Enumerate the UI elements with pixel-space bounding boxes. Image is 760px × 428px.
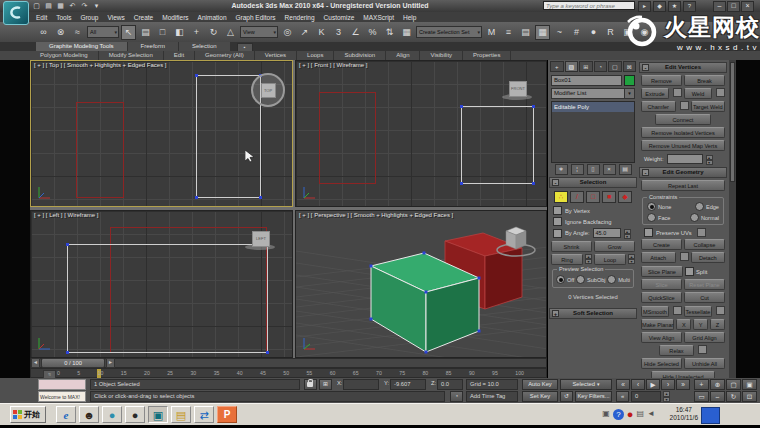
remove-unused-map-verts-button[interactable]: Remove Unused Map Verts: [641, 140, 725, 151]
select-object-icon[interactable]: ↖: [121, 25, 136, 40]
msmooth-button[interactable]: MSmooth: [641, 306, 669, 317]
preserve-uvs-checkbox[interactable]: [644, 228, 653, 237]
menu-graph-editors[interactable]: Graph Editors: [236, 14, 276, 21]
constraint-none-radio[interactable]: [647, 202, 656, 211]
key-mode-toggle-icon[interactable]: «: [616, 391, 629, 402]
time-tag-icon[interactable]: ◔: [450, 391, 463, 402]
viewport-top-label[interactable]: [ + ] [ Top ] [ Smooth + Highlights + Ed…: [34, 62, 166, 68]
cut-button[interactable]: Cut: [684, 292, 725, 303]
tessellate-button[interactable]: Tessellate: [684, 306, 712, 317]
modify-tab[interactable]: ▨: [565, 61, 579, 72]
close-button[interactable]: ×: [741, 1, 754, 12]
taskbar-3dsmax-icon[interactable]: ▣: [148, 406, 168, 423]
view-align-button[interactable]: View Align: [641, 332, 682, 343]
menu-edit[interactable]: Edit: [36, 14, 47, 21]
quickslice-button[interactable]: QuickSlice: [641, 292, 682, 303]
extrude-button[interactable]: Extrude: [641, 88, 669, 99]
time-slider-handle[interactable]: 0 / 100: [41, 358, 105, 368]
border-subobject-icon[interactable]: □: [586, 191, 600, 203]
unhide-all-button[interactable]: Unhide All: [684, 358, 725, 369]
reset-plane-button[interactable]: Reset Plane: [684, 279, 725, 290]
time-slider[interactable]: ◄ 0 / 100 ►: [30, 358, 547, 368]
tray-printer-icon[interactable]: ▤: [637, 408, 645, 420]
by-angle-field[interactable]: 45.0: [593, 228, 621, 238]
viewcube[interactable]: FRONT: [509, 81, 527, 97]
attach-button[interactable]: Attach: [641, 252, 676, 263]
select-and-link-icon[interactable]: ∞: [36, 25, 51, 40]
taskbar-globe-icon[interactable]: ●: [102, 406, 122, 423]
play-icon[interactable]: ▶: [646, 379, 660, 390]
relax-settings-icon[interactable]: [698, 345, 707, 354]
edit-vertices-rollout-header[interactable]: - Edit Vertices: [639, 62, 727, 73]
angle-snap-icon[interactable]: ∠: [348, 25, 363, 40]
msmooth-settings-icon[interactable]: [673, 306, 682, 315]
grow-button[interactable]: Grow: [594, 241, 635, 252]
application-menu-button[interactable]: [3, 1, 29, 25]
display-tab[interactable]: ▢: [608, 61, 622, 72]
repeat-last-button[interactable]: Repeat Last: [641, 180, 725, 191]
key-filters-button[interactable]: Key Filters...: [575, 391, 612, 402]
tray-display-icon[interactable]: ▣: [602, 408, 610, 420]
motion-tab[interactable]: ◔: [594, 61, 608, 72]
orbit-icon[interactable]: ↻: [726, 391, 741, 402]
snaps-toggle-icon[interactable]: 3: [331, 25, 346, 40]
time-slider-prev-icon[interactable]: ◄: [31, 358, 40, 368]
zoom-region-icon[interactable]: ▭: [694, 391, 709, 402]
open-file-icon[interactable]: ▤: [44, 2, 53, 10]
viewcube[interactable]: TOP: [251, 73, 285, 107]
red-box-wire-front[interactable]: [319, 92, 376, 184]
constraint-normal-radio[interactable]: [690, 213, 699, 222]
add-time-tag-field[interactable]: Add Time Tag: [466, 391, 518, 402]
weight-field[interactable]: [667, 154, 703, 164]
menu-views[interactable]: Views: [107, 14, 124, 21]
keyboard-shortcut-override-icon[interactable]: K: [314, 25, 329, 40]
new-scene-icon[interactable]: ▢: [32, 2, 41, 10]
make-planar-x-button[interactable]: X: [676, 319, 691, 330]
selection-lock-toggle[interactable]: [304, 379, 317, 390]
current-frame-field[interactable]: 0: [631, 391, 661, 402]
menu-create[interactable]: Create: [134, 14, 154, 21]
hide-selected-button[interactable]: Hide Selected: [641, 358, 682, 369]
menu-help[interactable]: Help: [403, 14, 416, 21]
maximize-viewport-toggle-icon[interactable]: ⊡: [742, 391, 757, 402]
tray-help-icon[interactable]: ?: [613, 409, 624, 420]
remove-button[interactable]: Remove: [641, 75, 682, 86]
panel-geometry-all[interactable]: Geometry (All): [195, 51, 255, 60]
green-box-wire-front[interactable]: [461, 106, 534, 184]
weight-spinner[interactable]: ▴▾: [706, 155, 713, 164]
create-tab[interactable]: +: [550, 61, 564, 72]
create-button[interactable]: Create: [641, 239, 682, 250]
maxscript-listener-field[interactable]: Welcome to MAX!: [38, 391, 86, 402]
panel-align[interactable]: Align: [386, 51, 420, 60]
selection-filter-dropdown[interactable]: All: [87, 26, 119, 38]
viewport-left-label[interactable]: [ + ] [ Left ] [ Wireframe ]: [34, 212, 99, 218]
x-coordinate-field[interactable]: [343, 379, 379, 390]
loop-button[interactable]: Loop: [594, 254, 626, 265]
preview-multi-radio[interactable]: [607, 275, 616, 284]
viewport-left[interactable]: [ + ] [ Left ] [ Wireframe ] LEFT: [30, 210, 293, 358]
target-weld-button[interactable]: Target Weld: [691, 101, 726, 112]
absolute-mode-toggle[interactable]: ⊞: [319, 379, 332, 390]
curve-editor-icon[interactable]: ~: [552, 25, 567, 40]
graphite-ribbon-toggle-icon[interactable]: ▦: [535, 25, 550, 40]
maximize-button[interactable]: □: [727, 1, 740, 12]
connect-button[interactable]: Connect: [655, 114, 711, 125]
chamfer-button[interactable]: Chamfer: [641, 101, 676, 112]
remove-modifier-icon[interactable]: ×: [603, 164, 616, 175]
qat-dropdown-icon[interactable]: ▾: [92, 2, 101, 10]
edge-subobject-icon[interactable]: /: [570, 191, 584, 203]
taskbar-ie-icon[interactable]: e: [56, 406, 76, 423]
remove-isolated-vertices-button[interactable]: Remove Isolated Vertices: [641, 127, 725, 138]
detach-button[interactable]: Detach: [691, 252, 726, 263]
zoom-extents-all-icon[interactable]: ▣: [742, 379, 757, 390]
split-checkbox[interactable]: [685, 267, 694, 276]
pin-stack-icon[interactable]: ∗: [555, 164, 568, 175]
preview-subobj-radio[interactable]: [576, 275, 585, 284]
panel-subdivision[interactable]: Subdivision: [334, 51, 386, 60]
viewcube[interactable]: LEFT: [252, 231, 270, 247]
viewport-top[interactable]: [ + ] [ Top ] [ Smooth + Highlights + Ed…: [30, 60, 293, 207]
menu-modifiers[interactable]: Modifiers: [162, 14, 188, 21]
edit-named-selection-sets-icon[interactable]: ▦: [399, 25, 414, 40]
rectangular-selection-region-icon[interactable]: □: [155, 25, 170, 40]
configure-modifier-sets-icon[interactable]: ▤: [619, 164, 632, 175]
